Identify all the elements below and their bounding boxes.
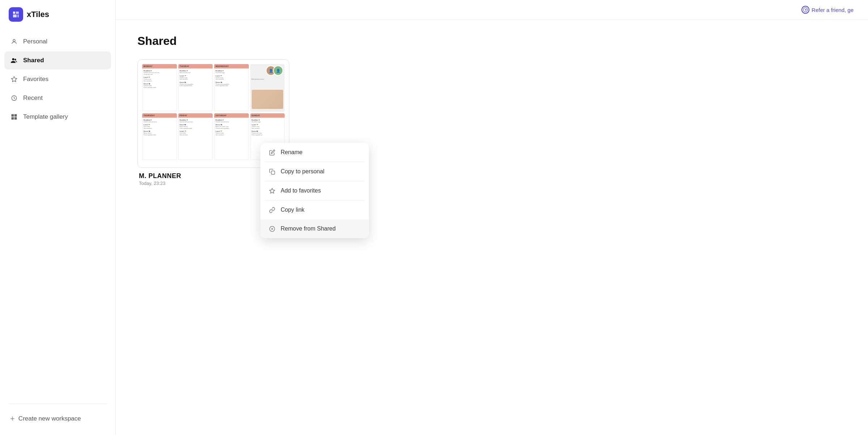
planner-cell-monday: MONDAY Breakfast ☀Oatmeal with fruits an… <box>142 64 177 112</box>
app-logo[interactable]: xTiles <box>0 7 115 33</box>
svg-rect-8 <box>14 117 17 120</box>
planner-cell-friday: FRIDAY Breakfast ☀Oatmeal with parmesan … <box>178 113 213 161</box>
create-workspace-label: Create new workspace <box>18 415 81 422</box>
svg-marker-11 <box>269 188 275 193</box>
sidebar-item-shared-label: Shared <box>23 57 44 64</box>
menu-item-copy-personal[interactable]: Copy to personal <box>260 162 369 181</box>
sidebar-divider <box>9 404 107 404</box>
sidebar-item-personal-label: Personal <box>23 38 47 45</box>
people-icon <box>10 56 18 64</box>
card-text: M. PLANNER Today, 23:23 <box>139 172 181 186</box>
sidebar-item-recent[interactable]: Recent <box>4 89 111 107</box>
sidebar-nav: Personal Shared Favorites <box>0 33 115 398</box>
sidebar-item-template-gallery[interactable]: Template gallery <box>4 108 111 126</box>
link-icon <box>268 206 276 214</box>
menu-item-rename-label: Rename <box>281 149 302 156</box>
sidebar-item-shared[interactable]: Shared <box>4 51 111 69</box>
svg-point-1 <box>12 58 14 60</box>
menu-item-remove-shared[interactable]: Remove from Shared <box>260 219 369 238</box>
planner-cell-tuesday: TUESDAY Breakfast ☀Acai smoothie bowl Lu… <box>178 64 213 112</box>
refer-icon <box>801 6 809 14</box>
menu-item-copy-link-label: Copy link <box>281 207 305 213</box>
create-workspace-button[interactable]: + Create new workspace <box>0 410 115 428</box>
sidebar-item-favorites[interactable]: Favorites <box>4 70 111 88</box>
svg-rect-5 <box>12 114 14 117</box>
svg-rect-7 <box>12 117 14 120</box>
menu-item-add-favorites[interactable]: Add to favorites <box>260 181 369 200</box>
menu-item-copy-link[interactable]: Copy link <box>260 200 369 219</box>
pencil-icon <box>268 149 276 156</box>
card-name: M. PLANNER <box>139 172 181 180</box>
menu-item-rename[interactable]: Rename <box>260 143 369 162</box>
copy-icon <box>268 168 276 175</box>
sidebar-item-template-gallery-label: Template gallery <box>23 113 68 121</box>
star-outline-icon <box>268 187 276 194</box>
sidebar-item-favorites-label: Favorites <box>23 76 48 83</box>
planner-cell-avatar: 👤 👤 Meal planning content <box>250 64 285 112</box>
planner-cell-wednesday: WEDNESDAY Breakfast ☀Scrambled eggs Lunc… <box>214 64 249 112</box>
menu-item-add-favorites-label: Add to favorites <box>281 187 321 194</box>
x-circle-icon <box>268 225 276 232</box>
logo-icon <box>9 7 23 22</box>
top-header: Refer a friend, ge <box>116 0 868 20</box>
svg-marker-3 <box>12 77 17 82</box>
context-menu: Rename Copy to personal <box>260 143 369 238</box>
svg-rect-10 <box>271 171 275 174</box>
refer-friend-link[interactable]: Refer a friend, ge <box>801 6 854 14</box>
svg-rect-6 <box>14 114 17 117</box>
main-content: Refer a friend, ge Shared MONDAY Breakfa… <box>116 0 868 435</box>
person-icon <box>10 38 18 46</box>
planner-cell-thursday: THURSDAY Breakfast ☀Oatmeal with parmesa… <box>142 113 177 161</box>
grid-icon <box>10 113 18 121</box>
planner-cell-saturday: SATURDAY Breakfast ☀Oatmeal with parmesa… <box>214 113 249 161</box>
star-icon <box>10 75 18 83</box>
page-title: Shared <box>137 34 846 48</box>
refer-text: Refer a friend, ge <box>812 7 854 13</box>
clock-icon <box>10 94 18 102</box>
app-name: xTiles <box>27 10 49 19</box>
menu-item-copy-personal-label: Copy to personal <box>281 168 324 175</box>
plus-icon: + <box>10 415 15 423</box>
sidebar-item-personal[interactable]: Personal <box>4 33 111 51</box>
sidebar: xTiles Personal Shared <box>0 0 116 435</box>
svg-point-2 <box>14 59 16 60</box>
svg-point-0 <box>13 39 15 42</box>
sidebar-item-recent-label: Recent <box>23 94 43 102</box>
menu-item-remove-shared-label: Remove from Shared <box>281 225 336 232</box>
card-date: Today, 23:23 <box>139 181 181 186</box>
page-content: Shared MONDAY Breakfast ☀Oatmeal with fr… <box>116 20 868 203</box>
